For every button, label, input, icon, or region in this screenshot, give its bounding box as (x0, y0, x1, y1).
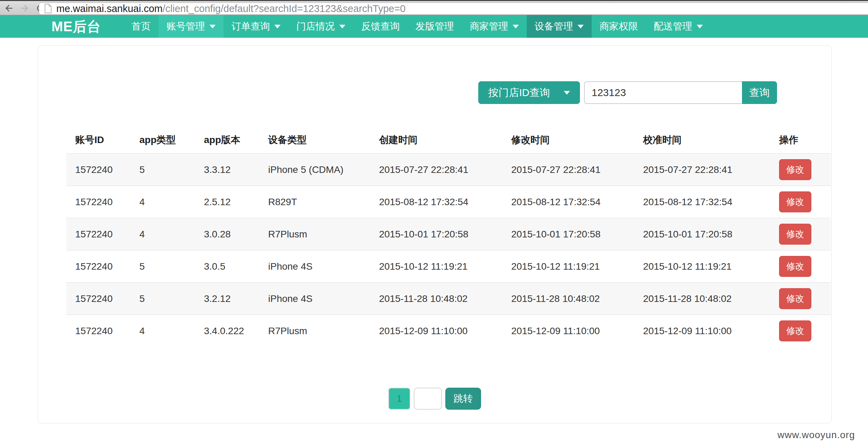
col-header-app-version: app版本 (195, 127, 259, 154)
chevron-down-icon (274, 25, 281, 28)
chevron-down-icon (697, 25, 703, 28)
search-button[interactable]: 查询 (742, 81, 777, 104)
table-row: 15722405 3.2.12iPhone 4S 2015-11-28 10:4… (66, 283, 831, 315)
edit-button[interactable]: 修改 (779, 159, 811, 180)
chevron-down-icon (513, 25, 519, 28)
search-input[interactable] (584, 81, 742, 104)
nav-menu: 首页 账号管理 订单查询 门店情况 反馈查询 发版管理 商家管理 设备管理 商家… (124, 15, 711, 38)
search-input-group: 查询 (584, 81, 777, 104)
edit-button[interactable]: 修改 (779, 191, 811, 212)
nav-item-feedback-query[interactable]: 反馈查询 (353, 15, 408, 38)
brand-logo[interactable]: ME后台 (52, 17, 101, 36)
url-bar[interactable]: me.waimai.sankuai.com/client_config/defa… (39, 2, 868, 15)
browser-toolbar: me.waimai.sankuai.com/client_config/defa… (0, 0, 868, 15)
search-bar: 按门店ID查询 查询 (38, 81, 831, 104)
page-icon (44, 4, 52, 13)
chevron-down-icon (578, 25, 584, 28)
back-icon[interactable] (3, 3, 14, 14)
edit-button[interactable]: 修改 (779, 256, 811, 277)
chevron-down-icon (209, 25, 216, 28)
col-header-modified-time: 修改时间 (502, 127, 634, 154)
edit-button[interactable]: 修改 (779, 224, 811, 245)
chevron-down-icon (564, 91, 570, 95)
nav-item-home[interactable]: 首页 (124, 15, 159, 38)
nav-item-device-mgmt[interactable]: 设备管理 (527, 15, 592, 38)
table-row: 15722405 3.0.5iPhone 4S 2015-10-12 11:19… (66, 250, 831, 283)
content-panel: 按门店ID查询 查询 账号ID app类型 app版本 设备类型 创建时间 修改… (38, 45, 832, 423)
nav-item-release-mgmt[interactable]: 发版管理 (408, 15, 462, 38)
col-header-device-type: 设备类型 (259, 127, 370, 154)
page-jump-button[interactable]: 跳转 (445, 388, 481, 410)
edit-button[interactable]: 修改 (779, 320, 811, 341)
device-table: 账号ID app类型 app版本 设备类型 创建时间 修改时间 校准时间 操作 … (66, 127, 831, 347)
nav-item-merchant-mgmt[interactable]: 商家管理 (462, 15, 527, 38)
col-header-calibrated-time: 校准时间 (634, 127, 770, 154)
table-row: 15722404 3.4.0.222R7Plusm 2015-12-09 11:… (66, 315, 831, 347)
nav-item-delivery-mgmt[interactable]: 配送管理 (646, 15, 711, 38)
pagination: 1 跳转 (38, 388, 831, 410)
col-header-created-time: 创建时间 (370, 127, 502, 154)
nav-item-order-query[interactable]: 订单查询 (224, 15, 288, 38)
col-header-app-type: app类型 (130, 127, 195, 154)
main-navbar: ME后台 首页 账号管理 订单查询 门店情况 反馈查询 发版管理 商家管理 设备… (0, 15, 868, 38)
nav-item-store-status[interactable]: 门店情况 (288, 15, 353, 38)
nav-item-account-mgmt[interactable]: 账号管理 (159, 15, 224, 38)
table-row: 15722404 2.5.12R829T 2015-08-12 17:32:54… (66, 186, 831, 218)
page-number-button[interactable]: 1 (388, 388, 410, 410)
watermark-text: www.wooyun.org (777, 430, 855, 441)
url-text: me.waimai.sankuai.com/client_config/defa… (56, 3, 406, 14)
url-path: /client_config/default?searchId=123123&s… (162, 3, 406, 14)
table-header-row: 账号ID app类型 app版本 设备类型 创建时间 修改时间 校准时间 操作 (66, 127, 831, 154)
page-jump-input[interactable] (414, 388, 442, 410)
nav-item-merchant-perms[interactable]: 商家权限 (592, 15, 646, 38)
col-header-account-id: 账号ID (66, 127, 130, 154)
url-host: me.waimai.sankuai.com (56, 3, 162, 14)
forward-icon[interactable] (19, 3, 30, 14)
filter-dropdown-button[interactable]: 按门店ID查询 (478, 81, 580, 104)
edit-button[interactable]: 修改 (779, 288, 811, 309)
table-row: 15722404 3.0.28R7Plusm 2015-10-01 17:20:… (66, 218, 831, 250)
col-header-actions: 操作 (770, 127, 831, 154)
chevron-down-icon (339, 25, 345, 28)
table-row: 15722405 3.3.12iPhone 5 (CDMA) 2015-07-2… (66, 154, 831, 186)
